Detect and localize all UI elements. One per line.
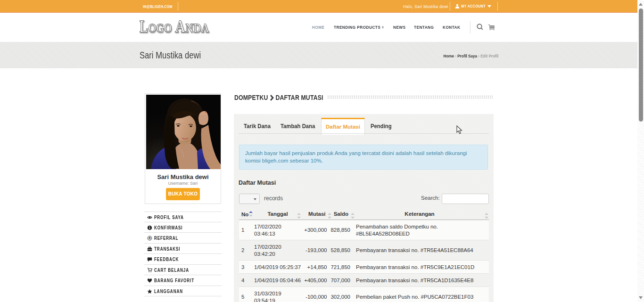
svg-text:LOGO ANDA: LOGO ANDA: [140, 19, 209, 36]
svg-text:R: R: [149, 237, 151, 240]
